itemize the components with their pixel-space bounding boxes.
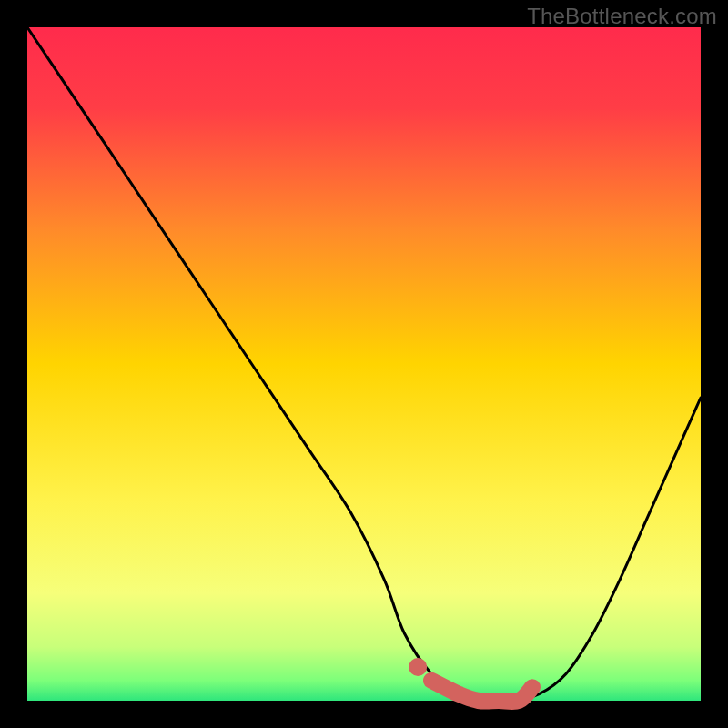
- gradient-background: [27, 27, 701, 701]
- chart-svg: [27, 27, 701, 701]
- chart-frame: TheBottleneck.com: [0, 0, 728, 728]
- optimal-range-start-dot: [409, 658, 427, 676]
- watermark-text: TheBottleneck.com: [527, 4, 717, 29]
- plot-area: [27, 27, 701, 701]
